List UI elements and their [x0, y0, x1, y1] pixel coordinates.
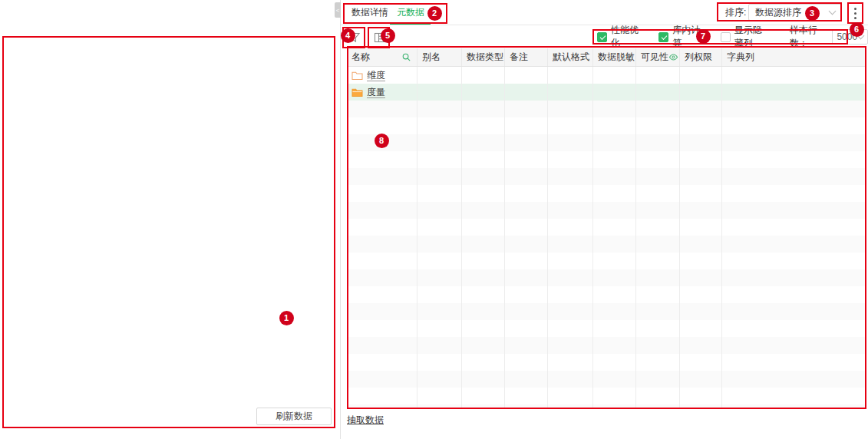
table-cell	[636, 371, 680, 388]
table-cell	[636, 269, 680, 286]
table-cell	[722, 219, 866, 236]
perf-optimization-label: 性能优化	[611, 24, 639, 50]
row-label: 维度	[367, 70, 385, 81]
table-cell	[462, 185, 505, 202]
column-header-label: 备注	[510, 51, 528, 64]
column-header-label: 字典列	[727, 51, 754, 64]
folder-icon	[351, 71, 363, 81]
table-cell	[593, 236, 636, 253]
column-header-label: 列权限	[685, 51, 712, 64]
collapse-panel-icon[interactable]: <	[335, 2, 341, 18]
table-cell	[593, 185, 636, 202]
column-header-label: 别名	[422, 51, 441, 64]
table-cell	[593, 67, 636, 84]
table-row-empty	[347, 101, 866, 117]
table-cell	[417, 354, 462, 371]
column-header-label: 可见性	[641, 51, 668, 64]
refresh-data-button[interactable]: 刷新数据	[256, 408, 332, 425]
table-cell	[680, 354, 722, 371]
search-icon[interactable]	[401, 52, 411, 62]
more-dot	[854, 8, 856, 10]
table-cell	[462, 269, 505, 286]
table-cell	[548, 253, 593, 269]
show-hidden-columns-checkbox[interactable]: 显示隐藏列	[721, 24, 770, 50]
table-cell	[417, 253, 462, 269]
column-settings-icon[interactable]	[371, 29, 388, 46]
table-row-empty	[347, 320, 866, 337]
table-cell	[593, 404, 636, 409]
table-cell	[462, 117, 505, 134]
table-row-empty	[347, 404, 866, 409]
table-row-empty	[347, 236, 866, 253]
table-cell	[548, 117, 593, 134]
table-cell	[722, 388, 866, 404]
table-cell	[417, 168, 462, 185]
more-menu-button[interactable]	[847, 3, 863, 23]
in-db-calc-checkbox[interactable]: 库内计算	[658, 24, 700, 50]
sort-dropdown[interactable]: 数据源排序	[748, 4, 842, 21]
table-cell	[347, 117, 417, 134]
filter-icon[interactable]	[346, 29, 363, 46]
table-cell	[722, 286, 866, 303]
table-cell	[680, 388, 722, 404]
table-cell	[347, 354, 417, 371]
table-row-empty	[347, 354, 866, 371]
table-cell	[462, 388, 505, 404]
table-cell	[347, 286, 417, 303]
folder-icon	[351, 87, 363, 97]
table-cell	[462, 84, 505, 101]
more-dot	[854, 12, 856, 15]
table-cell	[505, 354, 548, 371]
table-row-empty	[347, 337, 866, 354]
table-cell	[593, 320, 636, 337]
tab-metadata[interactable]: 元数据	[397, 0, 424, 25]
table-row-dimension[interactable]: 维度	[347, 67, 866, 84]
table-cell: 维度	[347, 67, 417, 84]
table-cell	[462, 354, 505, 371]
table-cell	[680, 269, 722, 286]
perf-optimization-checkbox[interactable]: 性能优化	[597, 24, 639, 50]
table-cell	[636, 219, 680, 236]
table-cell	[636, 303, 680, 320]
table-cell	[680, 84, 722, 101]
column-header: 可见性	[636, 48, 680, 66]
table-cell	[680, 134, 722, 151]
table-cell	[593, 354, 636, 371]
extract-data-link[interactable]: 抽取数据	[347, 414, 384, 427]
table-cell	[593, 134, 636, 151]
table-cell	[462, 320, 505, 337]
table-cell	[593, 371, 636, 388]
table-cell	[505, 219, 548, 236]
table-cell	[722, 371, 866, 388]
table-cell	[347, 202, 417, 219]
table-cell	[593, 286, 636, 303]
table-row-empty	[347, 151, 866, 168]
table-options-bar: 性能优化 库内计算 显示隐藏列 样本行数： 5000	[597, 29, 868, 45]
table-cell	[680, 185, 722, 202]
table-cell	[548, 101, 593, 117]
table-cell	[505, 84, 548, 101]
sample-rows-dropdown[interactable]: 5000	[832, 29, 868, 45]
table-cell	[722, 101, 866, 117]
sort-dropdown-value: 数据源排序	[755, 6, 830, 19]
table-cell	[505, 101, 548, 117]
table-cell	[548, 354, 593, 371]
table-cell	[593, 253, 636, 269]
table-cell	[505, 388, 548, 404]
tab-data-details[interactable]: 数据详情	[351, 0, 388, 25]
table-row-measure[interactable]: 度量	[347, 84, 866, 101]
table-cell	[548, 388, 593, 404]
table-cell	[462, 151, 505, 168]
table-cell	[505, 253, 548, 269]
column-header: 字典列	[722, 48, 866, 66]
table-cell	[505, 337, 548, 354]
table-cell	[548, 185, 593, 202]
table-cell	[347, 134, 417, 151]
table-cell	[548, 337, 593, 354]
table-row-empty	[347, 219, 866, 236]
table-cell	[505, 236, 548, 253]
table-cell	[680, 151, 722, 168]
table-cell	[417, 236, 462, 253]
table-cell	[505, 371, 548, 388]
eye-icon[interactable]	[668, 52, 678, 62]
